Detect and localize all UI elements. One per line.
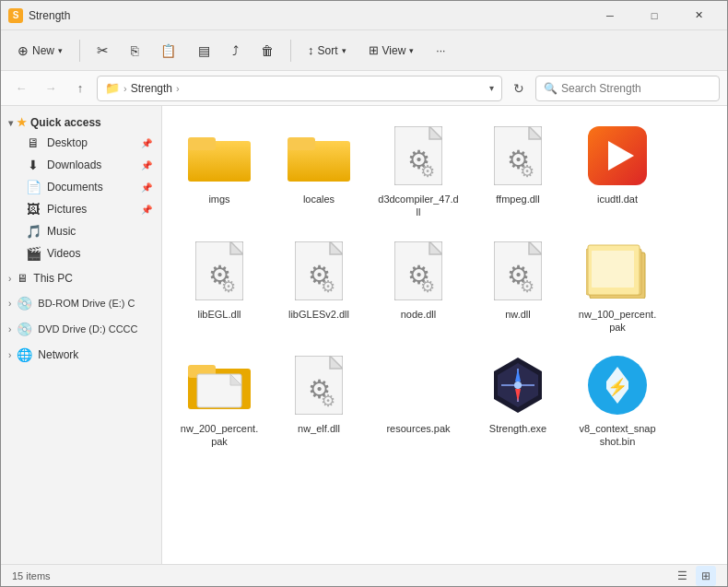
file-item-nw-elf-dll[interactable]: ⚙ ⚙ nw_elf.dll (273, 346, 365, 454)
search-input[interactable] (561, 82, 709, 95)
separator-2 (290, 40, 291, 62)
file-item-locales[interactable]: locales (273, 117, 365, 225)
copy-icon: ⎘ (131, 43, 138, 58)
file-item-v8-context-snapshot-bin[interactable]: ⚡ v8_context_snapshot.bin (571, 346, 663, 454)
file-item-node-dll[interactable]: ⚙ ⚙ node.dll (372, 232, 464, 340)
file-icon (584, 123, 651, 189)
refresh-button[interactable]: ↻ (506, 76, 532, 101)
bd-rom-item[interactable]: › 💿 BD-ROM Drive (E:) C (1, 292, 161, 314)
documents-icon: 📄 (25, 180, 41, 194)
network-chevron: › (8, 350, 11, 360)
statusbar: 15 items ☰ ⊞ (1, 564, 727, 586)
more-button[interactable]: ··· (427, 41, 454, 61)
path-main: Strength (131, 82, 172, 95)
file-item-ffmpeg-dll[interactable]: ⚙ ⚙ ffmpeg.dll (472, 117, 564, 225)
path-chevron-1: › (123, 83, 127, 94)
bd-rom-label: BD-ROM Drive (E:) C (38, 298, 135, 309)
documents-label: Documents (47, 181, 103, 194)
quick-access-header[interactable]: ▾ ★ Quick access (1, 113, 161, 132)
quick-access-star: ★ (17, 116, 27, 129)
quick-access-label: Quick access (30, 116, 101, 129)
dvd-label: DVD Drive (D:) CCCC (38, 323, 137, 335)
file-icon (385, 352, 452, 418)
pictures-pin-icon: 📌 (141, 205, 152, 215)
sidebar-item-pictures[interactable]: 🖼 Pictures 📌 (3, 198, 159, 220)
share-button[interactable]: ⤴ (223, 40, 248, 62)
view-button[interactable]: ⊞ View ▾ (359, 40, 424, 61)
bd-rom-icon: 💿 (17, 296, 32, 311)
file-item-imgs[interactable]: imgs (173, 117, 265, 225)
network-label: Network (38, 348, 78, 361)
dvd-icon: 💿 (17, 322, 32, 336)
file-item-libEGL-dll[interactable]: ⚙ ⚙ libEGL.dll (173, 232, 265, 340)
svg-text:⚙: ⚙ (420, 162, 435, 181)
address-path[interactable]: 📁 › Strength › ▾ (97, 76, 502, 101)
pictures-icon: 🖼 (25, 202, 41, 217)
separator-1 (79, 40, 80, 62)
sidebar-item-music[interactable]: 🎵 Music (3, 220, 159, 242)
downloads-label: Downloads (47, 158, 101, 171)
toolbar: ⊕ New ▾ ✂ ⎘ 📋 ▤ ⤴ 🗑 ↕ Sort ▾ ⊞ View ▾ ··… (1, 30, 727, 71)
network-section: › 🌐 Network (1, 344, 161, 366)
file-item-nw-100-percent-pak[interactable]: nw_100_percent.pak (571, 232, 663, 340)
cut-button[interactable]: ✂ (88, 39, 118, 63)
file-item-icudtl-dat[interactable]: icudtl.dat (571, 117, 663, 225)
sidebar-item-desktop[interactable]: 🖥 Desktop 📌 (3, 132, 159, 154)
delete-button[interactable]: 🗑 (252, 40, 283, 62)
file-item-nw-dll[interactable]: ⚙ ⚙ nw.dll (472, 232, 564, 340)
this-pc-icon: 🖥 (17, 272, 28, 285)
maximize-button[interactable]: □ (633, 1, 675, 30)
network-item[interactable]: › 🌐 Network (1, 344, 161, 366)
back-button[interactable]: ← (8, 76, 34, 101)
dvd-item[interactable]: › 💿 DVD Drive (D:) CCCC (1, 318, 161, 340)
sidebar-item-documents[interactable]: 📄 Documents 📌 (3, 176, 159, 198)
close-button[interactable]: ✕ (677, 1, 720, 30)
app-icon: S (8, 8, 23, 23)
svg-text:⚙: ⚙ (321, 277, 335, 296)
dvd-section: › 💿 DVD Drive (D:) CCCC (1, 318, 161, 340)
file-item-resources-pak[interactable]: resources.pak (372, 346, 464, 454)
svg-text:⚡: ⚡ (607, 377, 628, 397)
dvd-chevron: › (8, 324, 11, 335)
file-item-libGLESv2-dll[interactable]: ⚙ ⚙ libGLESv2.dll (273, 232, 365, 340)
grid-view-button[interactable]: ⊞ (696, 566, 716, 586)
pictures-label: Pictures (47, 203, 87, 216)
file-item-d3dcompiler-47-dll[interactable]: ⚙ ⚙ d3dcompiler_47.dll (372, 117, 464, 225)
more-label: ··· (436, 44, 445, 57)
file-icon: ⚙ ⚙ (286, 352, 352, 418)
file-item-Strength-exe[interactable]: Strength.exe (472, 346, 564, 454)
music-icon: 🎵 (25, 224, 41, 239)
quick-access-section: ▾ ★ Quick access 🖥 Desktop 📌 ⬇ Downloads… (1, 113, 161, 264)
bd-rom-chevron: › (8, 299, 11, 309)
minimize-button[interactable]: ─ (589, 1, 631, 30)
file-item-nw-200-percent-pak[interactable]: nw_200_percent.pak (173, 346, 265, 454)
rename-button[interactable]: ▤ (189, 40, 219, 62)
this-pc-label: This PC (33, 272, 73, 285)
sidebar-item-downloads[interactable]: ⬇ Downloads 📌 (3, 154, 159, 176)
list-view-button[interactable]: ☰ (672, 566, 692, 586)
status-count: 15 items (12, 570, 51, 581)
view-icon: ⊞ (369, 43, 379, 57)
copy-button[interactable]: ⎘ (122, 40, 147, 62)
path-chevron-2: › (176, 83, 180, 94)
file-name: v8_context_snapshot.bin (577, 422, 658, 449)
paste-button[interactable]: 📋 (151, 40, 185, 62)
forward-button[interactable]: → (38, 76, 64, 101)
file-name: libEGL.dll (197, 308, 241, 321)
sidebar-item-videos[interactable]: 🎬 Videos (3, 242, 159, 264)
sort-icon: ↕ (308, 43, 314, 57)
this-pc-item[interactable]: › 🖥 This PC (1, 268, 161, 288)
file-name: nw_200_percent.pak (179, 422, 260, 449)
file-icon (286, 123, 352, 189)
file-name: nw_elf.dll (298, 422, 340, 435)
svg-text:⚙: ⚙ (321, 392, 335, 410)
file-name: d3dcompiler_47.dll (378, 193, 459, 219)
new-button[interactable]: ⊕ New ▾ (8, 40, 72, 62)
up-button[interactable]: ↑ (67, 76, 93, 101)
file-name: libGLESv2.dll (288, 308, 349, 321)
rename-icon: ▤ (198, 43, 210, 58)
sort-button[interactable]: ↕ Sort ▾ (299, 40, 356, 61)
sidebar: ▾ ★ Quick access 🖥 Desktop 📌 ⬇ Downloads… (1, 106, 162, 564)
quick-access-chevron: ▾ (8, 118, 13, 128)
search-box[interactable]: 🔍 (535, 76, 720, 101)
